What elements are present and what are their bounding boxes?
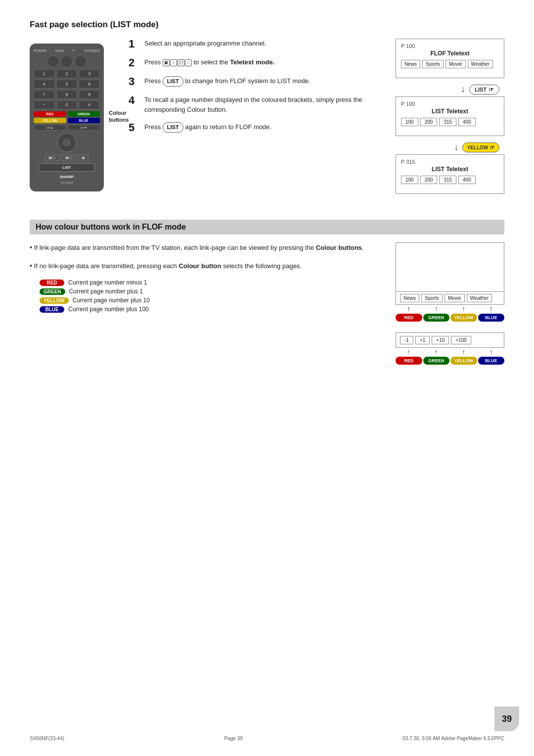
- remote-nav-ring: [34, 133, 100, 152]
- step-1-content: Select an appropriate programme channel.: [144, 39, 266, 48]
- remote-mode-btn3: ▣: [78, 154, 89, 161]
- flof-colour-screen-group: News Sports Movie Weather ↑ ↑ ↑ ↑ RED GR…: [396, 242, 504, 322]
- legend-green-text: Current page number plus 1: [69, 288, 143, 295]
- remote-list-btn[interactable]: LIST: [39, 163, 95, 172]
- remote-btn-circle1: [47, 55, 59, 67]
- remote-blue-btn[interactable]: BLUE: [68, 118, 100, 123]
- num-green: GREEN: [423, 357, 450, 365]
- remote-top-buttons: [34, 55, 100, 67]
- numbers-colour-buttons: RED GREEN YELLOW BLUE: [396, 357, 504, 365]
- screen-p315: P 315 LIST Teletext 100 200 315 400: [396, 154, 504, 194]
- remote-numpad: 1 2 3 4 5 6 7 8 9 * 0 #: [34, 69, 100, 109]
- tab-news: News: [401, 60, 420, 68]
- teletext-mode-icons: ▣/▢□: [163, 59, 192, 66]
- tab-sports: Sports: [422, 60, 444, 68]
- num-minus1: -1: [400, 336, 413, 344]
- legend-yellow: YELLOW Current page number plus 10: [40, 297, 381, 304]
- flof-yellow: YELLOW: [450, 314, 477, 322]
- flof-colour-buttons: RED GREEN YELLOW BLUE: [396, 314, 504, 322]
- legend-blue-text: Current page number plus 100: [68, 306, 149, 313]
- num-plus10: +10: [432, 336, 449, 344]
- numbers-colour-screen-group: -1 +1 +10 +100 ↑ ↑ ↑ ↑ RED GREEN YELLOW: [396, 332, 504, 365]
- remote-mid-row: CH▲ CH▼: [34, 125, 100, 131]
- remote-green-btn[interactable]: GREEN: [68, 111, 100, 117]
- remote-num-9: 9: [79, 90, 100, 99]
- remote-num-star: *: [34, 100, 55, 109]
- step-3-number: 3: [129, 76, 138, 87]
- num-400: 400: [458, 118, 476, 126]
- yellow-arrow-area: ↓ YELLOW ☞: [396, 142, 504, 152]
- remote-red-btn[interactable]: RED: [34, 111, 66, 117]
- page-number-badge: 39: [494, 707, 519, 731]
- cursor-icon: ☞: [489, 86, 494, 93]
- step-5-number: 5: [129, 122, 138, 133]
- colour-buttons-row2: YELLOW BLUE: [34, 118, 100, 123]
- remote-num-3: 3: [79, 69, 100, 78]
- down-arrow-1: ↓: [461, 84, 465, 94]
- remote-num-6: 6: [79, 80, 100, 89]
- tab-weather: Weather: [468, 60, 493, 68]
- step-2: 2 Press ▣/▢□ to select the Teletext mode…: [129, 57, 376, 68]
- remote-mode-btn1: ▣/▢: [45, 154, 60, 161]
- screen3-page: P 315: [401, 159, 499, 165]
- step-4-number: 4: [129, 95, 138, 106]
- legend-yellow-btn: YELLOW: [40, 297, 69, 304]
- remote-ch-plus: CH▼: [68, 125, 100, 131]
- remote-mode-btn2: ▣/▢: [62, 154, 77, 161]
- step-5: 5 Press LIST again to return to FLOF mod…: [129, 122, 376, 133]
- step-1-number: 1: [129, 39, 138, 49]
- num-blue: BLUE: [478, 357, 505, 365]
- flof-tab-weather: Weather: [467, 294, 492, 302]
- bottom-text-column: If link-page data are transmitted from t…: [30, 242, 381, 315]
- screen-flof-teletext: P 100 FLOF Teletext News Sports Movie We…: [396, 39, 504, 78]
- top-section: POWER SAVE ⊙ TV/VIDEO 1 2 3 4 5: [30, 39, 504, 200]
- remote-ch-minus: CH▲: [34, 125, 66, 131]
- flof-tab-movie: Movie: [445, 294, 465, 302]
- flof-green: GREEN: [423, 314, 450, 322]
- remote-top-row: POWER SAVE ⊙ TV/VIDEO: [34, 48, 100, 52]
- screen-list-teletext: P 100 LIST Teletext 100 200 315 400: [396, 96, 504, 136]
- legend-blue: BLUE Current page number plus 100: [40, 306, 381, 313]
- down-arrow-2: ↓: [454, 142, 458, 152]
- colour-buttons-label: Colourbuttons: [109, 109, 138, 124]
- bottom-section: If link-page data are transmitted from t…: [30, 242, 504, 366]
- section1-title: Fast page selection (LIST mode): [30, 20, 504, 30]
- remote-dpad: [57, 133, 77, 152]
- page-container: 39 Fast page selection (LIST mode) POWER…: [0, 0, 534, 756]
- footer-center: Page 39: [224, 736, 243, 741]
- step-5-content: Press LIST again to return to FLOF mode.: [144, 122, 271, 133]
- screen3-numbers: 100 200 315 400: [401, 176, 499, 184]
- colour-section: Colourbuttons RED GREEN YELLOW BLUE: [34, 111, 100, 123]
- num-400b: 400: [458, 176, 476, 184]
- flof-screen-empty: [396, 242, 504, 292]
- num-100: 100: [401, 118, 418, 126]
- num-plus100: +100: [451, 336, 471, 344]
- flof-tab-sports: Sports: [421, 294, 443, 302]
- colour-buttons-row: RED GREEN: [34, 111, 100, 117]
- bullet-1: If link-page data are transmitted from t…: [30, 242, 381, 253]
- step-3: 3 Press LIST to change from FLOF system …: [129, 76, 376, 87]
- remote-num-5: 5: [56, 80, 78, 89]
- num-200: 200: [420, 118, 438, 126]
- list-button-step5[interactable]: LIST: [163, 122, 183, 133]
- step-2-number: 2: [129, 57, 138, 68]
- step-1: 1 Select an appropriate programme channe…: [129, 39, 376, 49]
- remote-num-2: 2: [56, 69, 78, 78]
- num-yellow: YELLOW: [450, 357, 477, 365]
- remote-yellow-btn[interactable]: YELLOW: [34, 118, 66, 123]
- list-button-step3[interactable]: LIST: [163, 76, 183, 87]
- screen2-numbers: 100 200 315 400: [401, 118, 499, 126]
- screen2-page: P 100: [401, 101, 499, 107]
- remote-mode-row: ▣/▢ ▣/▢ ▣: [34, 154, 100, 161]
- remote-btn-circle2: [61, 55, 73, 67]
- num-200b: 200: [420, 176, 438, 184]
- num-red: RED: [396, 357, 422, 365]
- legend-blue-btn: BLUE: [40, 306, 64, 313]
- footer-right: 03.7.30, 9:06 AM Adobe PageMaker 6.5J/PP…: [402, 736, 504, 741]
- step-2-content: Press ▣/▢□ to select the Teletext mode.: [144, 57, 274, 67]
- section2-title: How colour buttons work in FLOF mode: [30, 220, 504, 235]
- step-3-content: Press LIST to change from FLOF system to…: [144, 76, 311, 87]
- remote-num-0: 0: [56, 100, 78, 109]
- flof-up-arrows: ↑ ↑ ↑ ↑: [396, 305, 504, 313]
- remote-num-hash: #: [79, 100, 100, 109]
